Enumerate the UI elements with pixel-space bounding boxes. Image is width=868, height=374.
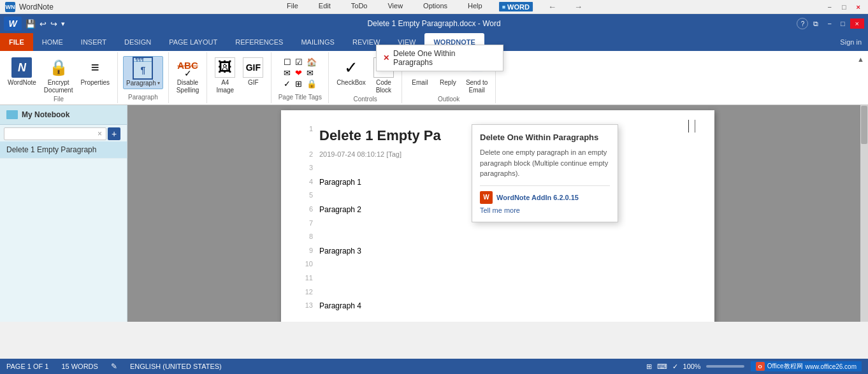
ribbon-collapse-btn[interactable]: ⧉ (809, 18, 822, 29)
star-icon: ⊞ (295, 79, 305, 89)
word-minimize-btn[interactable]: − (823, 18, 835, 29)
line-num-11: 11 (294, 272, 313, 286)
tab-insert[interactable]: INSERT (72, 33, 115, 51)
wordnote-btn[interactable]: N WordNote (5, 56, 39, 88)
word-close-btn[interactable]: × (850, 18, 864, 29)
line-num-2: 2 (294, 148, 313, 162)
lock-icon: 🔒 (48, 57, 69, 78)
edit-mode-icon: ✎ (111, 362, 117, 371)
main-layout: My Notebook × + Delete 1 Empty Paragraph… (0, 105, 868, 322)
save-quick-btn[interactable]: 💾 (25, 19, 36, 29)
doc-line-13: 13 Paragraph 4 (294, 299, 689, 313)
tab-file[interactable]: FILE (0, 33, 33, 51)
redo-btn[interactable]: ↪ (50, 19, 57, 29)
word-count: 15 WORDS (61, 363, 98, 370)
properties-btn[interactable]: ≡ Properties (78, 56, 112, 88)
word-header-right: ? ⧉ − □ × (797, 18, 864, 29)
menu-options[interactable]: Options (419, 2, 451, 11)
status-right: ⊞ ⌨ ✓ 100% O Office教程网 www.office26.com (646, 361, 862, 371)
line-num-1: 1 (294, 123, 313, 148)
zoom-icon: 100% (683, 363, 701, 370)
wordnote-app-title: WordNote (19, 3, 54, 11)
nav-forward-btn[interactable]: → (572, 2, 585, 11)
disable-spelling-btn[interactable]: ABC ✓ Disable Spelling (174, 56, 202, 96)
paragraph-btn[interactable]: ¶¶¶ ¶ Paragraph ▾ (123, 56, 163, 89)
properties-icon: ≡ (85, 57, 105, 78)
delete-one-within-item[interactable]: ✕ Delete One Within Paragraphs (377, 45, 503, 71)
watermark-office-icon: O (756, 362, 765, 371)
tab-page-layout[interactable]: PAGE LAYOUT (160, 33, 226, 51)
customize-btn[interactable]: ▾ (61, 20, 65, 28)
monitor-icon: ⊞ (646, 363, 652, 371)
doc-line-10: 10 (294, 258, 689, 272)
minimize-btn[interactable]: − (825, 3, 834, 11)
paragraph-icon: ¶¶¶ ¶ (133, 58, 153, 78)
tab-mailings[interactable]: MAILINGS (292, 33, 344, 51)
line-num-5: 5 (294, 189, 313, 203)
nav-back-btn[interactable]: ← (546, 2, 559, 11)
ribbon-group-file-buttons: N WordNote 🔒 Encrypt Document ≡ Properti… (5, 54, 112, 96)
doc-line-12: 12 (294, 286, 689, 300)
sidebar-title: My Notebook (22, 110, 69, 119)
checkbox-btn[interactable]: ✓ CheckBox (334, 56, 368, 88)
cursor-indicator (688, 120, 689, 133)
tooltip-brand: W WordNote AddIn 6.2.0.15 (480, 191, 610, 204)
ribbon-group-para-buttons: ¶¶¶ ¶ Paragraph ▾ (123, 54, 163, 94)
scroll-thumb[interactable] (861, 106, 867, 144)
tooltip-desc: Delete one empty paragraph in an empty p… (480, 147, 610, 179)
tooltip-popup: Delete One Within Paragraphs Delete one … (472, 124, 618, 222)
line-num-3: 3 (294, 162, 313, 176)
para-dropdown-arrow: ▾ (157, 80, 160, 86)
ribbon-group-paragraph: ¶¶¶ ¶ Paragraph ▾ Paragraph (118, 52, 169, 103)
notebook-icon (6, 110, 18, 119)
vertical-scrollbar[interactable] (860, 105, 868, 322)
sidebar-item-delete-paragraph[interactable]: Delete 1 Empty Paragraph (0, 141, 127, 159)
title-bar-controls: − □ × (825, 3, 863, 11)
menu-help[interactable]: Help (464, 2, 486, 11)
tooltip-title: Delete One Within Paragraphs (480, 133, 610, 142)
a4-image-label: A4 Image (216, 79, 234, 94)
menu-file[interactable]: File (283, 2, 302, 11)
lock-sm-icon: 🔒 (307, 79, 317, 89)
maximize-btn[interactable]: □ (839, 3, 849, 11)
line-num-4: 4 (294, 176, 313, 190)
menu-edit[interactable]: Edit (315, 2, 335, 11)
close-btn[interactable]: × (854, 3, 863, 11)
page-info: PAGE 1 OF 1 (6, 363, 48, 370)
page-title-label: Page Title Tags (278, 94, 322, 102)
menu-todo[interactable]: ToDo (347, 2, 372, 11)
tab-home[interactable]: HOME (33, 33, 72, 51)
zoom-slider[interactable] (706, 365, 744, 368)
wordnote-app-icon: WN (5, 2, 15, 12)
doc-line-8: 8 (294, 231, 689, 245)
checkmark-icon: ✓ (284, 79, 294, 89)
language: ENGLISH (UNITED STATES) (130, 363, 222, 370)
help-btn[interactable]: ? (797, 18, 808, 29)
undo-btn[interactable]: ↩ (40, 19, 47, 29)
watermark-url: www.office26.com (806, 363, 857, 370)
line-num-12: 12 (294, 286, 313, 300)
checkbox-icon: ✓ (341, 57, 361, 78)
ribbon-collapse-arrow[interactable]: ▲ (853, 52, 868, 66)
spelling-buttons: ABC ✓ Disable Spelling (174, 54, 202, 101)
search-input[interactable] (8, 130, 98, 138)
add-note-btn[interactable]: + (108, 127, 120, 140)
delete-one-within-label: Delete One Within Paragraphs (393, 49, 496, 67)
tab-references[interactable]: REFERENCES (226, 33, 292, 51)
gif-btn[interactable]: GIF GIF (240, 56, 266, 88)
a4-image-btn[interactable]: 🖼 A4 Image (212, 56, 238, 96)
menu-view[interactable]: View (384, 2, 407, 11)
tell-more-link[interactable]: Tell me more (480, 206, 610, 214)
ribbon-group-file: N WordNote 🔒 Encrypt Document ≡ Properti… (0, 52, 118, 103)
sidebar: My Notebook × + Delete 1 Empty Paragraph (0, 105, 127, 322)
tab-design[interactable]: DESIGN (115, 33, 160, 51)
encrypt-btn[interactable]: 🔒 Encrypt Document (41, 56, 76, 96)
sign-in-link[interactable]: Sign in (834, 36, 868, 48)
page-title-tag-grid: ☐ ☑ 🏠 ✉ ❤ ✉ ✓ ⊞ 🔒 (282, 56, 318, 90)
word-maximize-btn[interactable]: □ (837, 18, 849, 29)
word-header-left: W 💾 ↩ ↪ ▾ (4, 17, 65, 31)
search-clear-btn[interactable]: × (98, 129, 102, 138)
line-text-12 (319, 286, 689, 300)
word-badge: ■ WORD (499, 2, 533, 11)
wordnote-title-bar: WN WordNote File Edit ToDo View Options … (0, 0, 868, 14)
